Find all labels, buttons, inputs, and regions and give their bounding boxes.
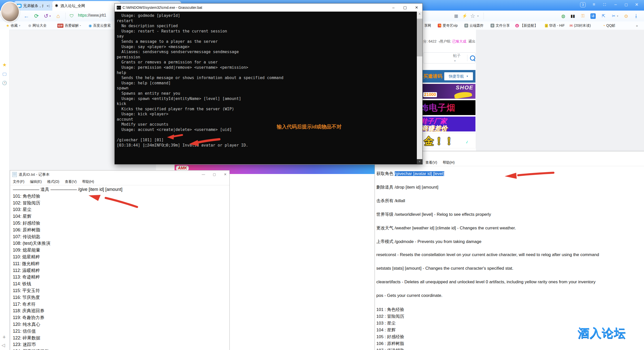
monitor-icon[interactable]: 🖵 <box>2 72 7 77</box>
bookmark-baiduyun[interactable]: ◉ 百度云搜索 <box>89 21 111 30</box>
item-id-row: 107: 传说钥匙 <box>13 233 228 240</box>
quick-nav-button[interactable]: 快捷导航▼ <box>444 72 473 80</box>
translate-icon[interactable]: 译 <box>589 11 597 21</box>
item-id-row: 103: 星尘 <box>13 206 228 213</box>
menu-help[interactable]: 帮助(H) <box>82 180 94 184</box>
window-close-button[interactable]: ✕ <box>633 2 640 8</box>
bookmark-hifi[interactable]: ♪ 华语 - HiF <box>545 21 565 30</box>
speaker-icon[interactable]: ◄) <box>46 4 50 8</box>
menu-file[interactable]: 文件(F) <box>13 180 24 184</box>
undo-caret-icon[interactable]: ▼ <box>48 11 52 21</box>
refresh-icon[interactable]: ⟳ <box>32 11 41 21</box>
annotation-text: 输入代码后提示id或物品不对 <box>277 123 342 130</box>
favorites-star-icon[interactable]: ★ <box>2 62 7 68</box>
notepad-close-button[interactable]: ✕ <box>224 172 227 176</box>
menu-view[interactable]: 查看(V) <box>425 160 437 165</box>
item-id-row: 102 : 冒险阅历 <box>376 313 404 319</box>
download-icon[interactable]: ⭳ <box>632 11 640 21</box>
browser-profile-avatar[interactable] <box>1 2 20 22</box>
menu-edit[interactable]: 编辑(E) <box>30 180 42 184</box>
menu-format[interactable]: 格式(O) <box>47 180 59 184</box>
bookmark-qq-mail[interactable]: ◔ QQ邮 <box>603 21 615 30</box>
bookmark-favorites[interactable]: ★ 收藏 ▼ <box>6 21 21 30</box>
scrollbar-thumb[interactable] <box>417 19 422 56</box>
bookmark-file-share[interactable]: ≣ 文件分享 <box>491 21 510 30</box>
ad-text: 金！！ <box>424 134 454 148</box>
idm-globe-icon[interactable]: ◍ <box>559 11 568 21</box>
cmd-title-bar[interactable]: C:\ C:\WINDOWS\system32\cmd.exe - Grassc… <box>115 4 422 12</box>
gear-icon: ✱ <box>55 4 59 8</box>
bookmark-sites[interactable]: ⊕ 网址大全 <box>28 21 47 30</box>
scissors-caret-icon[interactable]: ▼ <box>616 11 619 21</box>
group-value[interactable]: 已臻大成 <box>452 39 466 43</box>
window-minimize-button[interactable]: – <box>612 2 619 8</box>
notepad-window-items: 道具ID.txt - 记事本 — ▢ ✕ 文件(F) 编辑(E) 格式(O) 查… <box>10 170 230 350</box>
reader-icon[interactable]: ▮▮ <box>569 11 577 21</box>
history-clock-icon[interactable]: 🕒 <box>2 80 7 86</box>
bookmark-notice[interactable]: ᴥ 【新提醒】 <box>515 21 538 30</box>
notepad-menu-bar: 文件(F) 编辑(E) 格式(O) 查看(V) 帮助(H) <box>10 179 229 185</box>
skin-icon[interactable]: ⛶ <box>601 2 608 8</box>
url-scheme: https <box>78 13 87 17</box>
menu-view[interactable]: 查看(V) <box>65 180 77 184</box>
selected-command-text[interactable]: /givechar [avatar id] [level] <box>395 171 444 176</box>
more-tools-icon[interactable]: ⊙ <box>622 11 630 21</box>
address-bar[interactable]: https://www.jrlt1 <box>78 13 114 18</box>
cmd-window: C:\ C:\WINDOWS\system32\cmd.exe - Grassc… <box>114 3 423 164</box>
invite-code-link[interactable]: 买邀请码 <box>423 73 442 80</box>
cmd-close-button[interactable]: ✕ <box>411 4 422 12</box>
ad-banner-factory[interactable]: 鞋子厂家 商赚差价 <box>422 117 475 131</box>
collapse-panel-icon[interactable]: ◁ <box>2 342 5 348</box>
send-to-phone-icon[interactable]: ⇱ <box>599 11 608 21</box>
item-id-row: 104: 星辉 <box>13 213 228 220</box>
item-id-row: 102: 冒险阅历 <box>13 200 228 206</box>
search-category-dropdown[interactable]: 帖子 ▼ <box>453 53 465 62</box>
item-id-list: 101: 角色经验102: 冒险阅历103: 星尘104: 星辉105: 好感经… <box>13 193 228 350</box>
bookmark-cloud-bomb[interactable]: ≣ 云端轰炸 <box>464 21 484 30</box>
item-id-row: 121: 信任值 <box>13 328 228 335</box>
back-icon[interactable]: ← <box>22 11 31 21</box>
key-icon[interactable]: ⚿ <box>579 11 587 21</box>
home-icon[interactable]: ⌂ <box>54 11 62 21</box>
bookmark-label: 百度云搜索 <box>93 23 111 28</box>
forum-search-icon[interactable] <box>470 55 475 61</box>
chevrons-icon: » <box>636 24 638 28</box>
notepad-title-bar[interactable]: 道具ID.txt - 记事本 — ▢ ✕ <box>10 170 229 179</box>
bookmark-iqiyi[interactable]: ◥ 爱奇艺vip <box>438 21 458 30</box>
notepad-maximize-button[interactable]: ▢ <box>213 172 216 176</box>
scroll-down-icon[interactable]: ˅ <box>417 159 422 164</box>
cmd-minimize-button[interactable]: – <box>388 4 399 12</box>
command-line: 世界等级 /setworldlevel [level] - Relog to s… <box>376 212 491 217</box>
bookmark-label: 文件分享 <box>496 23 510 28</box>
ad-banner-ecig[interactable]: 饰电子烟 <box>422 100 475 115</box>
tab-forum-active[interactable]: ✱ 酒入论坛_全网 <box>52 1 120 11</box>
expand-plus-icon[interactable]: + <box>3 334 6 340</box>
menu-help[interactable]: 帮助(H) <box>443 160 455 165</box>
ad-banner-shoe[interactable]: SHOE 21000 <box>422 84 475 99</box>
item-id-row: 120: 纯水真心 <box>13 321 228 328</box>
bookmark-label: 网址大全 <box>33 23 47 28</box>
shield-icon[interactable]: 🛡 <box>67 11 76 21</box>
bookmark-52pojie[interactable]: 破解 吾爱破解 - <box>57 21 81 30</box>
bookmark-mail-unread[interactable]: ✉ (20封未读) <box>570 21 591 30</box>
favorite-star-icon[interactable]: ☆ <box>468 11 477 21</box>
tab-video[interactable]: 兄弟被杀，燕双鹰火 ◄) ✕ <box>14 1 57 11</box>
tab-count-badge[interactable]: 3 <box>580 2 586 7</box>
window-maximize-button[interactable]: ▢ <box>623 2 629 8</box>
qr-code-icon[interactable]: ▦ <box>452 11 460 21</box>
ad-banner-gold[interactable]: 金！！ ✓ <box>422 133 476 148</box>
logout-link[interactable]: 退出 <box>468 39 475 44</box>
user-group: 用户组: 已臻大成 ▼ <box>440 39 470 44</box>
notepad-minimize-button[interactable]: — <box>202 172 205 176</box>
scroll-up-icon[interactable]: ˄ <box>417 12 422 16</box>
notepad-text-area[interactable]: —————— 道具 —————— /give [item id] [amount… <box>13 186 228 350</box>
menu-icon[interactable]: ≡ <box>591 2 597 8</box>
cmd-output-text: Usage: godmode [playerId] restart No des… <box>117 13 284 148</box>
bookmarks-overflow-chevrons[interactable]: » <box>636 21 638 30</box>
flash-icon[interactable]: ⚡ <box>460 11 469 21</box>
cmd-scrollbar[interactable]: ˄ ˅ <box>417 12 422 164</box>
star-caret-icon[interactable]: ▼ <box>476 11 480 21</box>
bookmark-share[interactable]: 享网 <box>424 21 431 30</box>
forum-search-box[interactable]: 帖子 ▼ <box>423 52 475 63</box>
cmd-maximize-button[interactable]: ▢ <box>399 4 411 12</box>
